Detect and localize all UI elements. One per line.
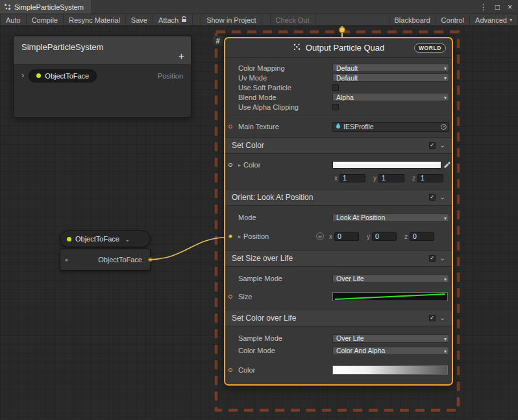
auto-compile-button[interactable]: Auto — [0, 14, 27, 25]
block-header-set-color[interactable]: Set Color ✓ ⌄ — [225, 137, 452, 154]
block-header-set-size[interactable]: Set Size over Life ✓ ⌄ — [225, 250, 452, 267]
gradient-input-port[interactable] — [228, 368, 232, 372]
position-z-field[interactable]: 0 — [410, 232, 434, 241]
toolbar-spacer — [315, 14, 389, 25]
chevron-down-icon[interactable]: ⌄ — [440, 194, 445, 201]
size-sample-mode-dropdown[interactable]: Over Life ▾ — [332, 275, 449, 283]
save-button[interactable]: Save — [126, 14, 153, 25]
maximize-icon[interactable]: □ — [495, 3, 500, 11]
use-alpha-clipping-checkbox[interactable] — [332, 104, 339, 110]
parameter-node-objecttoface[interactable]: ObjectToFace ⌄ ▸ ObjectToFace — [60, 230, 151, 271]
parameter-output-label: ObjectToFace — [98, 256, 142, 264]
parameter-name: ObjectToFace — [45, 72, 89, 80]
space-badge[interactable]: WORLD — [414, 43, 446, 53]
position-input-port[interactable] — [228, 234, 232, 238]
color-x-field[interactable]: 1 — [339, 174, 365, 182]
size-row: Size — [225, 291, 452, 302]
size-curve-field[interactable] — [332, 292, 448, 301]
blackboard-toggle-button[interactable]: Blackboard — [389, 14, 436, 25]
blackboard-parameter-row[interactable]: › ObjectToFace Position — [14, 65, 191, 86]
close-icon[interactable]: × — [508, 3, 512, 11]
blackboard-panel[interactable]: SimpleParticleSystem + › ObjectToFace Po… — [13, 36, 191, 117]
chevron-down-icon: ▾ — [510, 17, 512, 23]
color-row: ▸ Color — [225, 159, 452, 171]
system-hash-label[interactable]: # — [213, 36, 223, 45]
attach-button[interactable]: Attach — [153, 14, 193, 25]
color-y-field[interactable]: 1 — [378, 174, 404, 182]
expander-icon[interactable]: ▸ — [238, 234, 241, 240]
col-sample-mode-dropdown[interactable]: Over Life ▾ — [332, 334, 449, 343]
setting-row-uv-mode: Uv Mode Default ▾ — [225, 73, 452, 82]
output-particle-quad-node[interactable]: Output Particle Quad WORLD Color Mapping… — [224, 37, 453, 386]
chevron-down-icon[interactable]: ⌄ — [440, 315, 445, 321]
use-soft-particle-checkbox[interactable] — [332, 84, 339, 91]
position-y-field[interactable]: 0 — [372, 232, 397, 241]
expander-icon[interactable]: ▸ — [238, 162, 241, 168]
resync-material-button[interactable]: Resync Material — [64, 14, 126, 25]
eyedropper-icon[interactable] — [443, 162, 450, 169]
add-parameter-button[interactable]: + — [179, 51, 184, 62]
block-enabled-checkbox[interactable]: ✓ — [429, 142, 436, 149]
chevron-down-icon[interactable]: ⌄ — [440, 142, 445, 149]
color-input-port[interactable] — [228, 163, 232, 167]
vfx-toolbar: Auto Compile Resync Material Save Attach… — [0, 14, 518, 26]
color-mode-dropdown[interactable]: Color And Alpha ▾ — [332, 347, 449, 355]
advanced-dropdown-button[interactable]: Advanced ▾ — [470, 14, 518, 25]
color-mapping-dropdown[interactable]: Default ▾ — [332, 64, 449, 72]
space-toggle-icon[interactable]: w — [316, 232, 324, 240]
block-enabled-checkbox[interactable]: ✓ — [429, 194, 436, 201]
block-header-orient[interactable]: Orient: Look At Position ✓ ⌄ — [225, 189, 452, 206]
control-toggle-button[interactable]: Control — [436, 14, 470, 25]
gradient-field[interactable] — [332, 365, 448, 375]
block-set-color-over-life: Sample Mode Over Life ▾ Color Mode Color… — [225, 327, 452, 384]
position-edge — [149, 238, 225, 260]
block-header-set-color-over-life[interactable]: Set Color over Life ✓ ⌄ — [225, 310, 452, 327]
parameter-output-port[interactable] — [148, 258, 153, 262]
node-header[interactable]: Output Particle Quad WORLD — [225, 38, 452, 58]
expander-icon[interactable]: › — [21, 71, 24, 79]
block-set-color: ▸ Color x1 y1 z1 — [225, 154, 452, 189]
chevron-down-icon[interactable]: ⌄ — [440, 255, 445, 262]
main-texture-object-field[interactable]: IESProfile — [332, 122, 449, 132]
setting-row-use-alpha-clipping: Use Alpha Clipping — [225, 102, 452, 112]
color-z-field[interactable]: 1 — [417, 174, 443, 182]
parameter-pill[interactable]: ObjectToFace — [29, 69, 97, 82]
chevron-down-icon: ▾ — [444, 75, 447, 82]
chevron-down-icon: ▾ — [444, 94, 447, 102]
position-row: ▸ Position w x0 y0 z0 — [225, 230, 452, 242]
parameter-type-label: Position — [158, 72, 183, 80]
parameter-node-title: ObjectToFace — [75, 235, 119, 243]
setting-row-use-soft-particle: Use Soft Particle — [225, 82, 452, 92]
check-out-button[interactable]: Check Out — [270, 14, 315, 25]
vfx-graph-icon — [4, 3, 11, 10]
block-set-size: Sample Mode Over Life ▾ Size — [225, 267, 452, 310]
main-texture-port[interactable] — [228, 125, 232, 129]
size-input-port[interactable] — [228, 295, 232, 299]
graph-canvas[interactable]: # SimpleParticleSystem + › ObjectToFace … — [0, 26, 518, 420]
object-picker-icon[interactable] — [441, 124, 447, 130]
uv-mode-dropdown[interactable]: Default ▾ — [332, 73, 449, 82]
setting-row-color-mapping: Color Mapping Default ▾ — [225, 63, 452, 73]
lock-icon — [181, 16, 187, 24]
orient-mode-dropdown[interactable]: Look At Position ▾ — [332, 214, 449, 222]
blackboard-title: SimpleParticleSystem — [21, 42, 183, 52]
parameter-node-header[interactable]: ObjectToFace ⌄ — [60, 230, 151, 247]
position-x-field[interactable]: 0 — [334, 232, 359, 241]
main-texture-value: IESProfile — [343, 123, 374, 130]
setting-row-blend-mode: Blend Mode Alpha ▾ — [225, 92, 452, 102]
block-enabled-checkbox[interactable]: ✓ — [429, 315, 436, 321]
compile-button[interactable]: Compile — [27, 14, 64, 25]
block-orient: Mode Look At Position ▾ ▸ Position w x0 … — [225, 206, 452, 250]
block-enabled-checkbox[interactable]: ✓ — [429, 255, 436, 262]
col-sample-mode-row: Sample Mode Over Life ▾ — [225, 333, 452, 343]
chevron-down-icon[interactable]: ⌄ — [125, 236, 130, 243]
window-tab[interactable]: SimpleParticleSystem — [0, 0, 92, 14]
chevron-down-icon: ▾ — [444, 348, 447, 356]
blend-mode-dropdown[interactable]: Alpha ▾ — [332, 93, 449, 101]
show-in-project-button[interactable]: Show in Project — [201, 14, 262, 25]
parameter-color-dot — [67, 237, 71, 241]
color-swatch-field[interactable] — [332, 161, 441, 169]
window-menu-icon[interactable]: ⋮ — [480, 3, 487, 11]
expander-icon: ▸ — [66, 256, 69, 263]
chevron-down-icon: ▾ — [444, 65, 447, 73]
